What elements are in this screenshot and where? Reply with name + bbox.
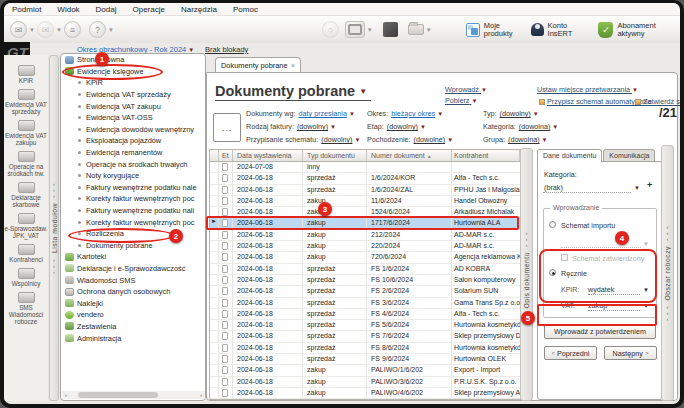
tree-item[interactable]: Naklejki [61, 297, 205, 309]
folder-icon[interactable] [408, 24, 424, 35]
modules-list-collapsed-bar[interactable]: ‹‹‹ Lista modułów ‹‹‹ [49, 55, 59, 401]
radio-recznie[interactable] [549, 269, 556, 276]
table-row[interactable]: 2024-06-18sprzedażFS 3/6/2024Gama Trans … [210, 298, 520, 309]
module-item[interactable]: Deklaracje skarbowe [4, 182, 48, 208]
scrollbar-thumb[interactable] [78, 392, 158, 398]
module-item[interactable]: Kontrahenci [4, 244, 48, 263]
column-header[interactable]: Numer dokument▲ [367, 150, 452, 161]
previous-button[interactable]: < Poprzedni [544, 346, 597, 360]
filter-value[interactable]: (dowolna) [508, 135, 540, 144]
kpir-value[interactable]: wydatek [588, 285, 614, 294]
radio-manual-label[interactable]: Ręcznie [561, 269, 587, 278]
products-label[interactable]: Moje produkty [484, 22, 513, 38]
filter-value[interactable]: daty przesłania [299, 109, 347, 118]
menu-item-widok[interactable]: Widok [49, 5, 87, 14]
column-header[interactable]: Kontrahent [452, 150, 520, 161]
tree-item[interactable]: Deklaracje i e-Sprawozdawczość [61, 263, 205, 275]
table-row[interactable]: 2024-06-18zakupPALIWO/3/6/202P.R.U.S.K. … [210, 377, 520, 388]
chevron-down-icon[interactable]: ▼ [533, 111, 539, 117]
table-row[interactable]: 2024-07-08inny [210, 162, 520, 173]
module-item[interactable]: SMS Wiadomości robocze [4, 292, 48, 325]
workspace-collapsed-bar[interactable]: ‹‹‹ Obszar roboczy ‹‹‹ [661, 145, 674, 401]
tree-item[interactable]: Faktury wewnętrzne podatku nale [61, 182, 205, 194]
table-row[interactable]: 2024-06-18sprzedażFS 8/6/2024Hurtownia k… [210, 343, 520, 354]
filter-value[interactable]: (dowolne) [414, 135, 446, 144]
tree-item[interactable]: Eksploatacja pojazdów [61, 135, 205, 147]
module-item[interactable]: KPiR [4, 65, 48, 84]
filter-value[interactable]: (dowolny) [500, 109, 531, 118]
module-item[interactable]: Wspólnicy [4, 268, 48, 287]
column-header[interactable]: Et [219, 150, 233, 161]
next-button[interactable]: Następny > [604, 346, 657, 360]
tree-item[interactable]: Ewidencja dowodów wewnętrzny [61, 124, 205, 136]
tree-item[interactable]: Wiadomości SMS [61, 274, 205, 286]
tree-item[interactable]: Kartoteki [61, 251, 205, 263]
menu-item-pomoc[interactable]: Pomoc [225, 5, 266, 14]
radio-import-label[interactable]: Schemat importu [561, 221, 615, 230]
table-row[interactable]: 2024-06-18sprzedażFS 4/6/2024Alfa - Tech… [210, 309, 520, 320]
chevron-down-icon[interactable]: ▼ [437, 111, 443, 117]
lock-status[interactable]: Brak blokady [205, 45, 248, 54]
tree-item[interactable]: Ewidencja VAT sprzedaży [61, 89, 205, 101]
radio-schemat-importu[interactable] [549, 221, 556, 228]
tree-item[interactable]: Korekty faktur wewnętrznych poc [61, 193, 205, 205]
tree-item[interactable]: Ewidencja VAT zakupu [61, 100, 205, 112]
column-header[interactable]: Typ dokumentu [303, 150, 367, 161]
ustaw-miejsce-link[interactable]: Ustaw miejsce przetwarzania ▼ [537, 85, 638, 94]
menu-item-operacje[interactable]: Operacje [125, 5, 173, 14]
chevron-down-icon[interactable]: ▼ [367, 27, 373, 33]
help-icon[interactable]: ? [89, 21, 106, 38]
tree-item[interactable]: Rozliczenia [61, 228, 205, 240]
table-row[interactable]: 2024-06-18sprzedażFS 7/6/2024Sklep przem… [210, 331, 520, 342]
filter-value[interactable]: (dowolny) [321, 135, 352, 144]
table-row[interactable]: 2024-06-18sprzedażFS 9/6/2024Hurtownia O… [210, 354, 520, 365]
tree-item[interactable]: Ochrona danych osobowych [61, 286, 205, 298]
tree-item[interactable]: Faktury wewnętrzne podatku nali [61, 205, 205, 217]
chevron-down-icon[interactable]: ▼ [634, 185, 640, 191]
chevron-down-icon[interactable]: ▼ [643, 287, 649, 293]
chevron-down-icon[interactable]: ▼ [542, 137, 548, 143]
tree-item[interactable]: Ewidencja remanentów [61, 147, 205, 159]
filter-value[interactable]: bieżący okres [391, 109, 435, 118]
table-row[interactable]: 2024-06-18sprzedażFS 1/6/2024AD KOBRA [210, 264, 520, 275]
chevron-down-icon[interactable]: ▼ [56, 27, 62, 33]
table-row[interactable]: 2024-06-18zakupPALIWO/1/6/202Export - Im… [210, 365, 520, 376]
tab-dokumenty-pobrane[interactable]: Dokumenty pobrane × [215, 57, 301, 73]
table-row[interactable]: 2024-06-18zakup212/2024AD-MAR s.c. [210, 230, 520, 241]
chevron-down-icon[interactable]: ▼ [552, 124, 558, 130]
scroll-right-icon[interactable]: › [197, 392, 205, 398]
tree-item[interactable]: Korekty faktur wewnętrznych poc [61, 216, 205, 228]
tree-item[interactable]: Ewidencja VAT-OSS [61, 112, 205, 124]
chevron-down-icon[interactable]: ▼ [349, 111, 355, 117]
insert-account-icon[interactable] [531, 23, 544, 36]
products-icon[interactable] [466, 23, 480, 37]
column-header[interactable]: Data wystawienia [233, 150, 303, 161]
table-row[interactable]: 2024-06-18zakupPALIWO/4/6/202Sklep przem… [210, 388, 520, 399]
module-item[interactable]: Ewidencja VAT sprzedaży [4, 89, 48, 115]
table-row[interactable]: 2024-06-18sprzedażFS 10/6/2024Salon komp… [210, 275, 520, 286]
filter-value[interactable]: (dowolny) [297, 122, 328, 131]
import-schema-dropdown[interactable] [561, 247, 641, 248]
table-row[interactable]: 2024-06-18sprzedażFS 5/6/2024Hurtownia k… [210, 320, 520, 331]
chevron-down-icon[interactable]: ▼ [108, 27, 114, 33]
category-value[interactable]: (brak) [544, 183, 563, 192]
close-icon[interactable]: × [291, 62, 295, 69]
account-label[interactable]: Konto InsERT [548, 22, 573, 38]
mail-secondary-icon[interactable]: ✉ [37, 21, 54, 38]
tree-item[interactable]: Administracja [61, 332, 205, 344]
chevron-down-icon[interactable]: ▼ [330, 124, 336, 130]
tree-item[interactable]: Noty korygujące [61, 170, 205, 182]
table-row[interactable]: 2024-06-18zakup220/2024AD-MAR s.c. [210, 241, 520, 252]
pobierz-link[interactable]: Pobierz ▼ [445, 96, 477, 105]
add-category-button[interactable]: + [647, 180, 652, 190]
table-row[interactable]: 2024-06-18sprzedaż1/6/2024/KORAlfa - Tec… [210, 173, 520, 184]
tree-item[interactable]: KPiR [61, 77, 205, 89]
module-item[interactable]: Ewidencja VAT zakupu [4, 120, 48, 146]
wprowadz-link[interactable]: Wprowadź ▼ [445, 85, 487, 94]
table-row[interactable]: 2024-06-18sprzedażFS 2/6/2024Solarium SU… [210, 286, 520, 297]
tab-dane-dokumentu[interactable]: Dane dokumentu [537, 149, 602, 162]
filter-value[interactable]: (dowolna) [519, 122, 551, 131]
table-row[interactable]: 2024-06-18zakup720/6/2024Agencja reklamo… [210, 252, 520, 263]
table-row[interactable]: 2024-06-18sprzedaż1/6/2024/ZALPPHU Jaś i… [210, 185, 520, 196]
table-row[interactable]: ►2024-06-18zakup1717/6/2024Hurtownia ALA [210, 218, 520, 229]
